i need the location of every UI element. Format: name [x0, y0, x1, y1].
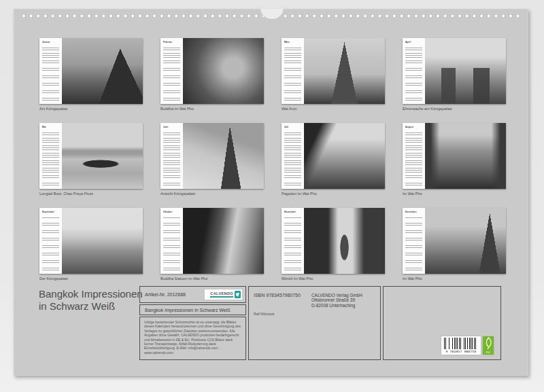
mini-calendar: September [39, 208, 62, 274]
month-photo [183, 123, 264, 189]
artikel-number: Artikel-Nr. 2012688 [145, 292, 186, 297]
mini-calendar: Oktober [160, 208, 183, 274]
barcode-bars [444, 338, 478, 349]
mini-calendar: Juli [282, 123, 304, 189]
date-lines [405, 46, 422, 101]
date-lines [284, 216, 301, 270]
calvendo-logo-words: CALVENDO [210, 291, 233, 298]
month-cell-februar: Februar Buddha im Wat Pho [160, 38, 264, 111]
month-photo [304, 208, 385, 274]
month-page: März [282, 38, 385, 104]
title-line: Bangkok Impressionen [39, 288, 143, 300]
month-page: August [403, 123, 506, 189]
mini-calendar: August [403, 123, 425, 189]
date-lines [163, 46, 180, 101]
publisher-box: ISBN 9783457980750 CALVENDO Verlag GmbH … [248, 286, 381, 360]
artikel-box: Artikel-Nr. 2012688 CALVENDO [139, 286, 246, 303]
month-label: März [284, 41, 290, 43]
title-box-text: Bangkok Impressionen in Schwarz Weiß [145, 308, 231, 313]
publisher-line: D-82008 Unterhaching [311, 303, 362, 308]
month-label: Juli [284, 126, 288, 128]
month-caption: Im Wat Pho [403, 277, 506, 281]
month-label: August [405, 126, 413, 128]
month-caption: Ehrenwache am Königspalast [403, 107, 506, 111]
date-lines [405, 216, 422, 270]
date-lines [163, 131, 180, 185]
date-lines [42, 131, 59, 185]
month-photo [425, 208, 506, 274]
mini-calendar: Januar [39, 38, 62, 104]
month-caption: Pagoden im Wat Pho [282, 192, 385, 196]
calendar-back-sheet: Januar Am Königspalast Februar Buddha im… [14, 9, 528, 376]
calvendo-logo: CALVENDO [205, 289, 242, 300]
month-page: Februar [160, 38, 264, 104]
month-photo [304, 38, 385, 104]
month-photo [183, 208, 264, 274]
month-cell-september: September Der Königspalast [39, 208, 143, 281]
month-photo [425, 123, 506, 189]
isbn-number: ISBN 9783457980750 [254, 293, 301, 298]
mini-calendar: Juni [160, 123, 183, 189]
mini-calendar: Mai [39, 123, 62, 189]
month-photo [304, 123, 385, 189]
calendar-title: Bangkok Impressionen in Schwarz Weiß [39, 288, 143, 312]
month-cell-juni: Juni Ansicht Königspalast [160, 123, 264, 196]
month-photo [62, 123, 143, 189]
month-caption: Der Königspalast [39, 277, 143, 281]
mini-calendar: November [282, 208, 304, 274]
month-cell-april: April Ehrenwache am Königspalast [403, 38, 506, 111]
month-photo [183, 38, 264, 104]
mini-calendar: März [282, 38, 304, 104]
month-page: Dezember [403, 208, 506, 274]
month-page: November [282, 208, 385, 274]
barcode-digits: 9 783457 980750 [441, 350, 481, 353]
month-caption: Buddha Statuen im Wat Pho [160, 277, 264, 281]
author-name: Ralf Wittstock [254, 312, 275, 316]
calvendo-logo-icon [235, 291, 241, 298]
month-cell-oktober: Oktober Buddha Statuen im Wat Pho [160, 208, 264, 281]
month-page: April [403, 38, 506, 104]
month-caption: Im Wat Pho [403, 192, 506, 196]
month-cell-januar: Januar Am Königspalast [39, 38, 143, 111]
month-label: Oktober [163, 211, 173, 213]
month-caption: Ansicht Königspalast [160, 192, 264, 196]
month-page: Oktober [160, 208, 264, 274]
publisher-line: Ottobrunner Straße 39 [311, 298, 362, 302]
mini-calendar: Februar [160, 38, 183, 104]
month-label: Februar [163, 41, 172, 43]
month-caption: Buddha im Wat Pho [160, 107, 264, 111]
date-lines [42, 216, 59, 270]
month-caption: Am Königspalast [39, 107, 143, 111]
month-label: Dezember [405, 211, 417, 213]
date-lines [405, 131, 422, 185]
month-cell-november: November Mönch im Wat Pho [282, 208, 385, 281]
month-cell-august: August Im Wat Pho [403, 123, 506, 196]
month-photo [62, 38, 143, 104]
date-lines [42, 46, 59, 101]
month-caption: Longtail Boot, Chao Praya Fluss [39, 192, 143, 196]
month-label: Mai [42, 126, 46, 128]
barcode-box: 9 783457 980750 FSC [383, 286, 501, 360]
date-lines [163, 216, 180, 270]
month-caption: Wat Arun [282, 107, 385, 111]
calvendo-logo-text: CALVENDO [210, 291, 233, 296]
month-photo [425, 38, 506, 104]
month-label: Januar [42, 41, 50, 43]
mini-calendar: April [403, 38, 425, 104]
mini-calendar: Dezember [403, 208, 425, 274]
ean-barcode: 9 783457 980750 [441, 336, 481, 355]
month-cell-juli: Juli Pagoden im Wat Pho [282, 123, 385, 196]
title-box: Bangkok Impressionen in Schwarz Weiß [139, 304, 246, 315]
date-lines [284, 46, 301, 101]
leaf-icon [484, 337, 493, 350]
title-line: in Schwarz Weiß [39, 300, 143, 313]
eco-label-text: FSC [483, 351, 494, 354]
date-lines [284, 131, 301, 185]
eco-leaf-logo: FSC [483, 336, 494, 355]
month-cell-maerz: März Wat Arun [282, 38, 385, 111]
month-caption: Mönch im Wat Pho [282, 277, 385, 281]
publisher-line: CALVENDO Verlag GmbH [311, 293, 362, 298]
month-page: Mai [39, 123, 143, 189]
legal-box: Infolge bestehender Schutzrechte ist es … [139, 317, 246, 360]
month-label: September [42, 211, 54, 213]
